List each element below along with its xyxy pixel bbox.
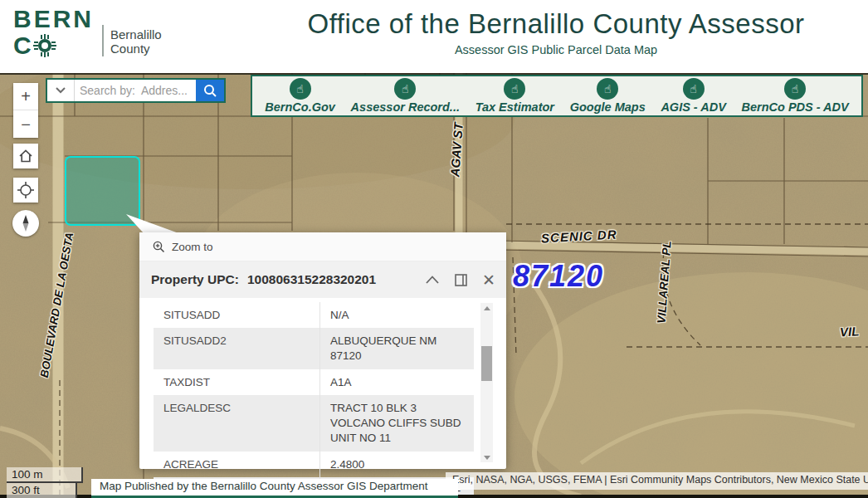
- my-location-button[interactable]: [13, 178, 38, 203]
- search-button[interactable]: [196, 80, 224, 101]
- compass-button[interactable]: [12, 210, 39, 237]
- nav-link-label: Google Maps: [570, 100, 646, 114]
- close-icon: ✕: [482, 272, 495, 288]
- nav-link-bernco-pds-adv[interactable]: ☝ BernCo PDS - ADV: [741, 78, 848, 114]
- attribute-table: SITUSADD N/A SITUSADD2 ALBUQUERQUE NM 87…: [154, 302, 474, 498]
- tap-link-icon: ☝: [784, 78, 806, 100]
- table-row: ACREAGE 2.4800: [154, 452, 474, 477]
- scroll-down-arrow[interactable]: [480, 452, 493, 462]
- parcel-popup: Zoom to Property UPC:100806315228320201: [139, 232, 506, 469]
- scale-bar: 100 m 300 ft: [7, 467, 83, 498]
- nav-link-label: BernCo.Gov: [265, 100, 335, 114]
- zipcode-label-87120: 87120: [513, 259, 604, 294]
- quick-links-bar: ☝ BernCo.Gov ☝ Assessor Record... ☝ Tax …: [251, 75, 863, 117]
- compass-needle-icon: [17, 214, 35, 232]
- table-row: TAXDIST A1A: [154, 369, 474, 395]
- field-value-cell: A1A: [319, 369, 474, 395]
- published-by-strip: Map Published by the Bernalillo County A…: [91, 479, 458, 498]
- field-name-cell: TAXDIST: [154, 369, 319, 395]
- popup-title-bar: Property UPC:100806315228320201 ✕: [139, 261, 506, 298]
- zia-sun-icon: [33, 34, 56, 57]
- page-title: Office of the Bernalillo County Assessor: [244, 8, 868, 40]
- popup-title: Property UPC:100806315228320201: [151, 272, 425, 287]
- chevron-down-icon: [56, 87, 66, 94]
- scroll-up-arrow[interactable]: [480, 303, 493, 313]
- table-row: LEGALDESC TRACT 10 BLK 3 VOLCANO CLIFFS …: [154, 395, 474, 452]
- logo-bern-text: BERN: [13, 7, 94, 32]
- chevron-up-icon: [426, 276, 439, 284]
- nav-link-agis-adv[interactable]: ☝ AGIS - ADV: [661, 78, 725, 114]
- popup-scrollbar[interactable]: [480, 303, 493, 462]
- logo-divider: [102, 25, 104, 56]
- search-input[interactable]: [75, 80, 196, 101]
- field-name-cell: ACREAGE: [154, 452, 319, 477]
- nav-link-label: Assessor Record...: [351, 100, 460, 114]
- assessor-gis-app: AGAV ST SCENIC DR 87120 VILLAREAL PL BOU…: [0, 0, 868, 498]
- zoom-to-action[interactable]: Zoom to: [139, 232, 506, 261]
- nav-link-label: Tax Estimator: [475, 100, 554, 114]
- dock-button[interactable]: [453, 272, 468, 287]
- page-subtitle: Assessor GIS Public Parcel Data Map: [244, 43, 868, 56]
- field-value-cell: N/A: [319, 302, 474, 328]
- locate-crosshair-icon: [17, 181, 35, 199]
- search-type-dropdown[interactable]: [47, 80, 75, 101]
- table-row: SITUSADD N/A: [154, 302, 474, 328]
- field-value-cell: ALBUQUERQUE NM 87120: [319, 328, 474, 369]
- scrollbar-thumb[interactable]: [481, 346, 492, 381]
- tap-link-icon: ☝: [597, 78, 618, 100]
- scale-imperial: 300 ft: [7, 483, 77, 498]
- home-extent-button[interactable]: [13, 144, 38, 168]
- collapse-button[interactable]: [425, 272, 440, 287]
- zoom-out-button[interactable]: −: [13, 110, 38, 138]
- zoom-control: + −: [13, 83, 38, 138]
- popup-title-value: 100806315228320201: [247, 272, 376, 286]
- nav-link-label: AGIS - ADV: [661, 100, 725, 114]
- zoom-in-button[interactable]: +: [13, 83, 38, 110]
- nav-link-assessor-records[interactable]: ☝ Assessor Record...: [351, 78, 460, 114]
- close-popup-button[interactable]: ✕: [481, 272, 496, 287]
- scale-metric: 100 m: [7, 467, 83, 483]
- search-bar: [46, 78, 226, 103]
- field-name-cell: LEGALDESC: [154, 395, 319, 452]
- logo-org-line2: County: [110, 42, 162, 56]
- tap-link-icon: ☝: [290, 78, 311, 100]
- zoom-to-label: Zoom to: [172, 241, 213, 253]
- field-name-cell: SITUSADD2: [154, 328, 319, 369]
- table-row: SITUSADD2 ALBUQUERQUE NM 87120: [154, 328, 474, 369]
- bernco-logo[interactable]: BERN C Bernalillo: [13, 7, 162, 58]
- zoom-to-magnifier-icon: [153, 241, 165, 253]
- nav-link-bernco-gov[interactable]: ☝ BernCo.Gov: [265, 78, 335, 114]
- popup-title-label: Property UPC:: [151, 272, 239, 286]
- nav-link-google-maps[interactable]: ☝ Google Maps: [570, 78, 646, 114]
- tap-link-icon: ☝: [683, 78, 705, 100]
- street-label-partial-vil: VIL: [840, 324, 860, 339]
- nav-link-label: BernCo PDS - ADV: [741, 100, 848, 114]
- home-icon: [17, 148, 34, 164]
- logo-org-line1: Bernalillo: [110, 27, 162, 42]
- search-icon: [203, 84, 217, 97]
- logo-wordmark: BERN C: [13, 7, 94, 58]
- map-attribution: Esri, NASA, NGA, USGS, FEMA | Esri Commu…: [446, 472, 868, 490]
- logo-co-text: C: [13, 33, 32, 58]
- tap-link-icon: ☝: [394, 78, 416, 100]
- field-name-cell: SITUSADD: [154, 302, 319, 328]
- page-header: BERN C Bernalillo: [0, 0, 868, 73]
- nav-link-tax-estimator[interactable]: ☝ Tax Estimator: [475, 78, 554, 114]
- tap-link-icon: ☝: [504, 78, 525, 100]
- dock-icon: [455, 274, 467, 286]
- field-value-cell: TRACT 10 BLK 3 VOLCANO CLIFFS SUBD UNIT …: [319, 395, 474, 452]
